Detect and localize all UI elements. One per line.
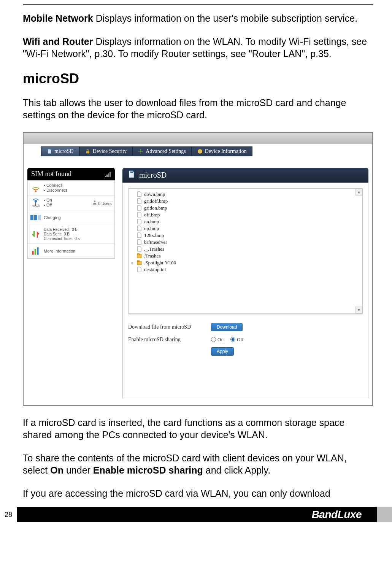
sidebar-header: SIM not found <box>27 168 115 180</box>
gear-icon <box>138 149 143 154</box>
heading-microsd: microSD <box>23 71 373 87</box>
file-item[interactable]: ▸gridon.bmp <box>132 205 359 211</box>
radio-off[interactable]: Off <box>230 337 244 343</box>
apply-button[interactable]: Apply <box>211 347 234 356</box>
file-icon <box>137 198 142 204</box>
file-icon <box>137 267 142 272</box>
svg-rect-19 <box>130 171 131 173</box>
stat-recv-value: 0 B <box>72 227 78 232</box>
svg-text:WLAN: WLAN <box>32 205 40 208</box>
file-icon <box>137 246 142 252</box>
file-item[interactable]: ▸.Trashes <box>132 253 359 259</box>
sb-row-charging: Charging <box>28 210 114 225</box>
scroll-down-button[interactable]: ▼ <box>355 307 362 313</box>
file-icon <box>137 191 142 197</box>
sb-row-connect: • Connect • Disconnect <box>28 181 114 196</box>
svg-rect-20 <box>131 171 132 173</box>
page-number: 28 <box>0 507 17 522</box>
sb-row-more[interactable]: More Information <box>28 244 114 258</box>
file-item[interactable]: ▸brftmserver <box>132 239 359 246</box>
svg-point-15 <box>94 200 95 202</box>
file-item[interactable]: ▸.Spotlight-V100 <box>132 259 359 266</box>
file-item[interactable]: ▸desktop.ini <box>132 266 359 273</box>
file-icon <box>137 232 142 238</box>
charging-label: Charging <box>44 215 111 220</box>
file-item[interactable]: ▸off.bmp <box>132 211 359 218</box>
wlan-off[interactable]: Off <box>46 203 52 207</box>
folder-icon <box>137 253 142 259</box>
screenshot-microsd: microSDDevice SecurityAdvanced Settingsi… <box>23 132 373 406</box>
paragraph-after-1: If a microSD card is inserted, the card … <box>23 416 373 441</box>
paragraph-mobile-network: Mobile Network Displays information on t… <box>23 12 373 25</box>
signal-icon <box>105 171 111 176</box>
connect-label[interactable]: Connect <box>46 183 62 188</box>
file-name: on.bmp <box>144 219 159 225</box>
scroll-up-button[interactable]: ▲ <box>355 189 362 196</box>
folder-icon <box>137 260 142 265</box>
file-name: up.bmp <box>144 226 159 232</box>
sd-card-icon <box>127 170 135 180</box>
disconnect-label[interactable]: Disconnect <box>46 188 67 192</box>
paragraph-after-3: If you are accessing the microSD card vi… <box>23 487 373 500</box>
wlan-users: 0 Users <box>98 202 111 206</box>
svg-rect-9 <box>106 175 108 177</box>
file-name: ._.Trashes <box>144 246 164 252</box>
tab-microsd[interactable]: microSD <box>41 146 79 156</box>
svg-rect-18 <box>37 248 38 255</box>
file-item[interactable]: ▸128x.bmp <box>132 232 359 239</box>
download-label: Download file from microSD <box>128 324 204 330</box>
battery-icon <box>31 213 41 223</box>
radio-on[interactable]: On <box>211 337 224 343</box>
desc-mobile-network: Displays information on the user's mobil… <box>93 13 357 24</box>
footer-bar: 28 BandLuxe <box>0 507 392 522</box>
tab-device-information[interactable]: iDevice Information <box>192 146 252 156</box>
file-list[interactable]: ▲ ▸down.bmp▸gridoff.bmp▸gridon.bmp▸off.b… <box>128 188 363 314</box>
sb-row-wlan: WLAN • On • Off 0 Users <box>28 196 114 210</box>
file-icon <box>137 239 142 245</box>
svg-point-12 <box>35 190 37 192</box>
svg-rect-10 <box>108 173 109 177</box>
chevron-right-icon: ▸ <box>132 261 135 265</box>
svg-rect-11 <box>110 172 111 177</box>
svg-rect-0 <box>86 151 89 153</box>
wifi-arc-icon <box>31 183 41 193</box>
file-item[interactable]: ▸._.Trashes <box>132 246 359 253</box>
tab-device-security[interactable]: Device Security <box>79 146 133 156</box>
wlan-on[interactable]: On <box>46 198 52 202</box>
footer-endcap <box>377 507 392 522</box>
term-mobile-network: Mobile Network <box>23 13 93 24</box>
file-name: 128x.bmp <box>144 232 164 238</box>
file-name: down.bmp <box>144 191 165 197</box>
svg-point-1 <box>140 150 142 152</box>
file-item[interactable]: ▸up.bmp <box>132 225 359 232</box>
file-name: .Spotlight-V100 <box>144 260 176 266</box>
data-transfer-icon <box>31 229 41 239</box>
stat-sent-value: 0 B <box>64 232 70 236</box>
share-label: Enable microSD sharing <box>128 337 204 343</box>
stat-sent-label: Data Sent: <box>44 232 62 236</box>
paragraph-microsd-intro: This tab allows the user to download fil… <box>23 97 373 121</box>
file-icon <box>137 226 142 231</box>
file-name: gridoff.bmp <box>144 198 168 204</box>
info-icon: i <box>197 149 203 154</box>
svg-rect-23 <box>137 254 140 255</box>
svg-rect-25 <box>137 261 140 262</box>
sb-row-stats: Data Received: 0 B Data Sent: 0 B Connec… <box>28 225 114 244</box>
wlan-antenna-icon: WLAN <box>31 198 41 208</box>
stat-recv-label: Data Received: <box>44 227 70 232</box>
chart-icon <box>31 246 41 256</box>
tab-advanced-settings[interactable]: Advanced Settings <box>132 146 191 156</box>
svg-rect-16 <box>32 251 33 255</box>
svg-rect-21 <box>132 171 133 173</box>
file-item[interactable]: ▸on.bmp <box>132 218 359 225</box>
svg-rect-8 <box>105 176 106 177</box>
file-item[interactable]: ▸down.bmp <box>132 191 359 198</box>
download-row: Download file from microSD Download <box>128 323 363 331</box>
paragraph-after-2: To share the contents of the microSD car… <box>23 452 373 477</box>
file-item[interactable]: ▸gridoff.bmp <box>132 198 359 205</box>
nav-tabs: microSDDevice SecurityAdvanced Settingsi… <box>41 146 372 156</box>
sim-status: SIM not found <box>31 170 71 178</box>
stat-time-value: 0 s <box>75 237 79 241</box>
download-button[interactable]: Download <box>211 323 243 331</box>
content-title: microSD <box>139 171 167 180</box>
